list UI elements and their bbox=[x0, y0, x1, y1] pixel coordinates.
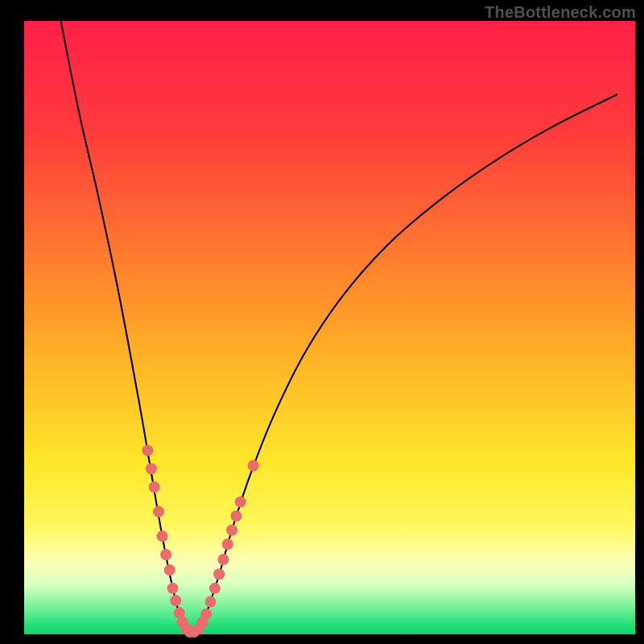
data-point bbox=[230, 510, 242, 522]
data-point bbox=[213, 568, 225, 580]
data-point bbox=[170, 595, 181, 606]
chart-stage: TheBottleneck.com bbox=[0, 0, 644, 644]
data-point bbox=[149, 481, 160, 493]
data-point bbox=[204, 597, 216, 608]
bottleneck-chart bbox=[0, 0, 644, 644]
data-point bbox=[209, 583, 221, 594]
data-point bbox=[226, 524, 237, 535]
data-point bbox=[200, 609, 212, 620]
data-point bbox=[164, 564, 175, 576]
data-point bbox=[153, 506, 164, 518]
data-point bbox=[157, 530, 168, 542]
data-point bbox=[160, 549, 171, 560]
data-point bbox=[142, 444, 153, 456]
data-point bbox=[248, 460, 259, 471]
data-point bbox=[235, 496, 246, 507]
data-point bbox=[217, 554, 229, 565]
plot-background bbox=[24, 21, 635, 634]
watermark-text: TheBottleneck.com bbox=[485, 3, 636, 22]
data-point bbox=[222, 539, 233, 550]
data-point bbox=[146, 463, 157, 474]
data-point bbox=[167, 583, 178, 594]
